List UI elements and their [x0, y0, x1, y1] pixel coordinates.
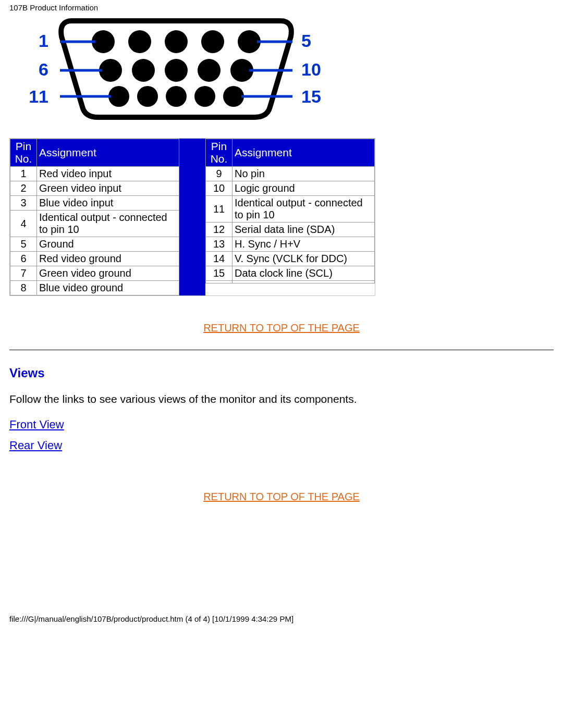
table-row: 10Logic ground — [206, 181, 375, 196]
table-row: 7Green video ground — [10, 266, 179, 281]
svg-point-6 — [132, 59, 155, 82]
pin-assignment-table: Pin No. Assignment 1Red video input 2Gre… — [9, 138, 375, 296]
header-pin-no: Pin No. — [206, 139, 232, 167]
page-header: 107B Product Information — [0, 0, 563, 13]
return-to-top-link[interactable]: RETURN TO TOP OF THE PAGE — [203, 322, 360, 334]
header-pin-no: Pin No. — [10, 139, 37, 167]
header-assignment: Assignment — [232, 139, 375, 167]
return-to-top-link[interactable]: RETURN TO TOP OF THE PAGE — [203, 491, 360, 502]
table-row: 5Ground — [10, 237, 179, 252]
pin-label-6: 6 — [39, 59, 48, 79]
pin-label-15: 15 — [301, 87, 321, 106]
svg-point-7 — [165, 59, 188, 82]
connector-diagram: 1 6 11 5 10 15 — [9, 13, 554, 122]
table-row — [206, 281, 375, 283]
svg-point-1 — [128, 30, 151, 53]
pin-label-11: 11 — [29, 87, 48, 106]
svg-point-14 — [223, 86, 244, 107]
section-divider — [9, 350, 554, 350]
svg-point-11 — [137, 86, 158, 107]
svg-point-12 — [166, 86, 187, 107]
pin-label-1: 1 — [39, 31, 48, 51]
table-row: 8Blue video ground — [10, 281, 179, 295]
pin-label-5: 5 — [301, 31, 311, 51]
table-row: 13H. Sync / H+V — [206, 237, 375, 252]
views-description: Follow the links to see various views of… — [9, 393, 554, 405]
svg-point-3 — [201, 30, 224, 53]
svg-point-2 — [165, 30, 188, 53]
table-row: 9No pin — [206, 167, 375, 181]
rear-view-link[interactable]: Rear View — [9, 439, 62, 452]
table-row: 14V. Sync (VCLK for DDC) — [206, 252, 375, 266]
front-view-link[interactable]: Front View — [9, 418, 64, 431]
header-assignment: Assignment — [37, 139, 179, 167]
table-row: 4Identical output - connected to pin 10 — [10, 211, 179, 237]
table-row: 12Serial data line (SDA) — [206, 223, 375, 237]
table-row: 6Red video ground — [10, 252, 179, 266]
svg-point-13 — [194, 86, 215, 107]
pin-label-10: 10 — [301, 59, 321, 79]
svg-point-10 — [108, 86, 129, 107]
table-row: 1Red video input — [10, 167, 179, 181]
svg-point-5 — [99, 59, 122, 82]
svg-point-8 — [198, 59, 221, 82]
table-row: 2Green video input — [10, 181, 179, 196]
table-row: 3Blue video input — [10, 196, 179, 211]
table-row: 11Identical output - connected to pin 10 — [206, 196, 375, 223]
footer-path: file:///G|/manual/english/107B/product/p… — [0, 612, 563, 628]
views-heading: Views — [9, 366, 554, 380]
table-row: 15Data clock line (SCL) — [206, 266, 375, 281]
